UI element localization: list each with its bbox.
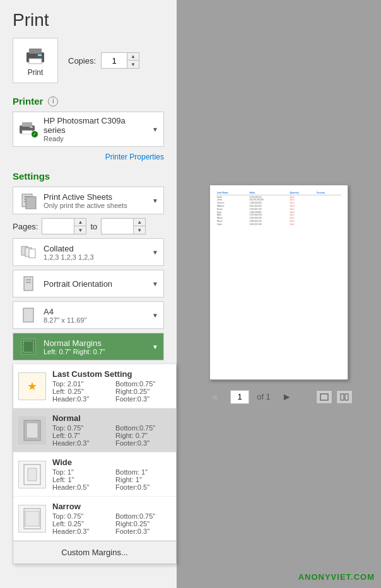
normal-bottom: Bottom:0.75"	[115, 424, 171, 432]
print-icon-label: Print	[28, 68, 44, 77]
svg-rect-25	[28, 468, 37, 481]
svg-rect-7	[30, 127, 33, 128]
pages-label: Pages:	[13, 222, 38, 231]
wide-details: Top: 1" Bottom: 1" Left: 1" Right: 1" He…	[52, 468, 171, 491]
margins-main: Normal Margins	[44, 338, 147, 348]
page-of-text: of 1	[257, 392, 271, 401]
svg-rect-12	[26, 197, 36, 209]
svg-rect-19	[23, 308, 33, 322]
pages-from-down[interactable]: ▼	[74, 226, 86, 234]
copies-down-button[interactable]: ▼	[127, 61, 139, 68]
svg-rect-15	[29, 249, 35, 258]
pages-to-up[interactable]: ▲	[134, 219, 145, 226]
print-sheets-icon	[18, 190, 38, 210]
narrow-margins-icon	[18, 505, 46, 533]
printer-icon	[24, 44, 47, 67]
dropdown-item-last-custom[interactable]: ★ Last Custom Setting Top: 2.01" Bottom:…	[13, 364, 176, 408]
margins-icon	[18, 337, 38, 357]
print-active-dropdown-arrow: ▼	[152, 197, 158, 204]
last-custom-left: Left: 0.25"	[52, 388, 108, 395]
copies-up-button[interactable]: ▲	[127, 53, 139, 61]
collated-main: Collated	[44, 244, 147, 253]
narrow-bottom: Bottom:0.75"	[115, 512, 171, 520]
collated-dropdown-arrow: ▼	[152, 249, 158, 256]
setting-collated[interactable]: Collated 1,2,3 1,2,3 1,2,3 ▼	[13, 238, 164, 266]
normal-left: Left: 0.7"	[52, 432, 108, 439]
paper-dropdown-arrow: ▼	[152, 312, 158, 319]
orientation-dropdown-arrow: ▼	[152, 280, 158, 287]
pages-to-down[interactable]: ▼	[134, 226, 145, 234]
paper-main: A4	[44, 307, 147, 316]
normal-title: Normal	[52, 413, 171, 423]
narrow-header: Header:0.3"	[52, 527, 108, 535]
printer-selector[interactable]: HP Photosmart C309a series Ready ▼	[13, 112, 164, 147]
svg-rect-23	[26, 423, 38, 438]
setting-print-active-sheets[interactable]: Print Active Sheets Only print the activ…	[13, 187, 164, 214]
copies-area: Copies: ▲ ▼	[68, 52, 139, 69]
wide-text: Wide Top: 1" Bottom: 1" Left: 1" Right: …	[52, 458, 171, 491]
copies-label: Copies:	[68, 56, 96, 66]
last-custom-top: Top: 2.01"	[52, 380, 108, 388]
dropdown-item-normal[interactable]: Normal Top: 0.75" Bottom:0.75" Left: 0.7…	[13, 408, 176, 453]
view-single-button[interactable]	[316, 390, 332, 404]
orientation-main: Portrait Orientation	[44, 279, 147, 289]
setting-paper[interactable]: A4 8.27" x 11.69" ▼	[13, 301, 164, 329]
preview-table: Last Name Sales Quantity Country Smith3,…	[216, 192, 341, 226]
last-custom-details: Top: 2.01" Bottom:0.75" Left: 0.25" Righ…	[52, 380, 171, 403]
left-panel: Print Print Copies: ▲ ▼	[0, 0, 177, 588]
settings-section: Settings Print Active Sheets Only print …	[0, 168, 177, 360]
copies-input[interactable]	[102, 53, 127, 68]
pages-to-wrapper: ▲ ▼	[101, 218, 146, 234]
svg-rect-18	[26, 282, 31, 283]
pages-row: Pages: ▲ ▼ to ▲ ▼	[13, 218, 164, 234]
printer-status: Ready	[44, 135, 147, 142]
wide-left: Left: 1"	[52, 476, 108, 483]
printer-dropdown-arrow: ▼	[152, 126, 158, 133]
right-panel: Last Name Sales Quantity Country Smith3,…	[177, 0, 381, 588]
print-active-sheets-sub: Only print the active sheets	[44, 202, 147, 209]
svg-rect-1	[29, 49, 42, 54]
info-icon[interactable]: i	[48, 96, 58, 107]
dropdown-item-narrow[interactable]: Narrow Top: 0.75" Bottom:0.75" Left: 0.2…	[13, 497, 176, 541]
margins-dropdown-arrow: ▼	[152, 343, 158, 350]
watermark: ANONYVIET.COM	[298, 572, 375, 582]
normal-text: Normal Top: 0.75" Bottom:0.75" Left: 0.7…	[52, 413, 171, 447]
last-custom-title: Last Custom Setting	[52, 369, 171, 379]
collated-text: Collated 1,2,3 1,2,3 1,2,3	[38, 244, 152, 261]
printer-name: HP Photosmart C309a series	[44, 116, 147, 135]
svg-rect-5	[22, 122, 32, 127]
narrow-left: Left: 0.25"	[52, 520, 108, 527]
dropdown-item-wide[interactable]: Wide Top: 1" Bottom: 1" Left: 1" Right: …	[13, 453, 176, 497]
pages-from-wrapper: ▲ ▼	[42, 218, 86, 234]
prev-page-button[interactable]: ◄	[205, 390, 223, 404]
printer-section-header: Printer i	[0, 93, 177, 112]
svg-rect-29	[341, 394, 344, 400]
pages-to-input[interactable]	[102, 219, 133, 234]
print-preview: Last Name Sales Quantity Country Smith3,…	[209, 185, 348, 380]
last-custom-icon: ★	[18, 372, 46, 400]
print-button[interactable]: Print	[13, 38, 58, 83]
wide-bottom: Bottom: 1"	[115, 468, 171, 476]
printer-properties-link-area: Printer Properties	[0, 149, 177, 168]
main-container: Print Print Copies: ▲ ▼	[0, 0, 381, 588]
pages-from-up[interactable]: ▲	[74, 219, 86, 226]
setting-orientation[interactable]: Portrait Orientation ▼	[13, 270, 164, 297]
preview-content: Last Name Sales Quantity Country Smith3,…	[216, 192, 341, 226]
pages-from-input[interactable]	[42, 219, 74, 234]
normal-header: Header:0.3"	[52, 439, 108, 447]
wide-right: Right: 1"	[115, 476, 171, 483]
star-icon: ★	[27, 379, 37, 393]
printer-properties-link[interactable]: Printer Properties	[105, 153, 164, 161]
last-custom-right: Right:0.25"	[115, 388, 171, 395]
next-page-button[interactable]: ►	[278, 390, 296, 404]
svg-rect-28	[320, 394, 328, 400]
normal-details: Top: 0.75" Bottom:0.75" Left: 0.7" Right…	[52, 424, 171, 447]
setting-margins[interactable]: Normal Margins Left: 0.7" Right: 0.7" ▼	[13, 333, 164, 360]
page-number-input[interactable]	[230, 390, 249, 404]
copies-spinners: ▲ ▼	[127, 53, 139, 68]
custom-margins-button[interactable]: Custom Margins...	[13, 541, 176, 563]
narrow-footer: Footer:0.3"	[115, 527, 171, 535]
last-custom-header: Header:0.3"	[52, 395, 108, 403]
collated-icon	[18, 242, 38, 262]
view-multi-button[interactable]	[336, 390, 353, 404]
